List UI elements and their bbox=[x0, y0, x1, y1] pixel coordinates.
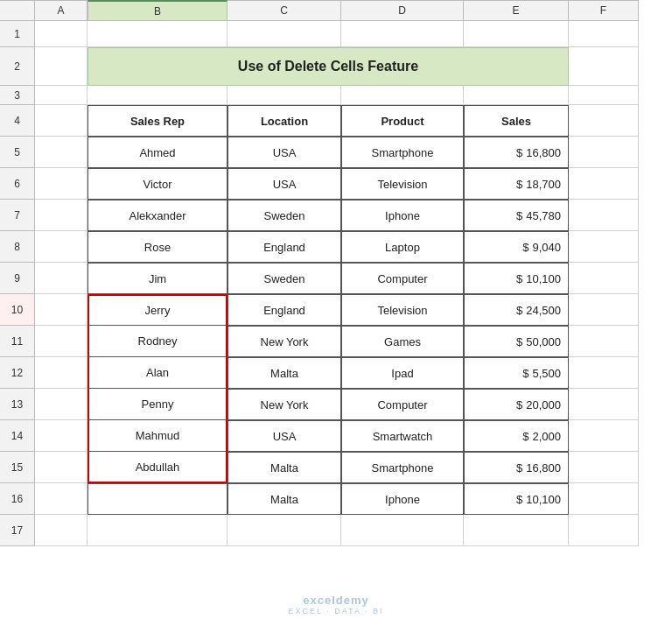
cell-d8[interactable]: Laptop bbox=[341, 231, 464, 263]
cell-c14[interactable]: USA bbox=[228, 420, 341, 452]
cell-a16[interactable] bbox=[35, 483, 88, 515]
cell-a10[interactable] bbox=[35, 294, 88, 326]
row-header-14[interactable]: 14 bbox=[0, 420, 35, 452]
cell-d12[interactable]: Ipad bbox=[341, 357, 464, 389]
row-header-15[interactable]: 15 bbox=[0, 452, 35, 483]
cell-d6[interactable]: Television bbox=[341, 168, 464, 200]
cell-e17[interactable] bbox=[464, 515, 569, 546]
col-header-f[interactable]: F bbox=[569, 0, 639, 21]
cell-c9[interactable]: Sweden bbox=[228, 263, 341, 294]
cell-e3[interactable] bbox=[464, 86, 569, 105]
cell-c13[interactable]: New York bbox=[228, 389, 341, 420]
cell-d17[interactable] bbox=[341, 515, 464, 546]
cell-a15[interactable] bbox=[35, 452, 88, 483]
cell-d9[interactable]: Computer bbox=[341, 263, 464, 294]
row-header-13[interactable]: 13 bbox=[0, 389, 35, 420]
row-header-17[interactable]: 17 bbox=[0, 515, 35, 546]
cell-a5[interactable] bbox=[35, 137, 88, 168]
cell-f1[interactable] bbox=[569, 21, 639, 47]
row-header-6[interactable]: 6 bbox=[0, 168, 35, 200]
cell-d15[interactable]: Smartphone bbox=[341, 452, 464, 483]
cell-f7[interactable] bbox=[569, 200, 639, 231]
cell-d14[interactable]: Smartwatch bbox=[341, 420, 464, 452]
cell-e6[interactable]: $18,700 bbox=[464, 168, 569, 200]
cell-f16[interactable] bbox=[569, 483, 639, 515]
cell-b16[interactable] bbox=[88, 483, 228, 515]
col-header-d[interactable]: D bbox=[341, 0, 464, 21]
cell-a13[interactable] bbox=[35, 389, 88, 420]
cell-c1[interactable] bbox=[228, 21, 341, 47]
cell-e1[interactable] bbox=[464, 21, 569, 47]
cell-c6[interactable]: USA bbox=[228, 168, 341, 200]
cell-e12[interactable]: $5,500 bbox=[464, 357, 569, 389]
row-header-5[interactable]: 5 bbox=[0, 137, 35, 168]
cell-e13[interactable]: $20,000 bbox=[464, 389, 569, 420]
row-header-3[interactable]: 3 bbox=[0, 86, 35, 105]
cell-e16[interactable]: $10,100 bbox=[464, 483, 569, 515]
cell-a2[interactable] bbox=[35, 47, 88, 86]
cell-d13[interactable]: Computer bbox=[341, 389, 464, 420]
cell-f17[interactable] bbox=[569, 515, 639, 546]
cell-a6[interactable] bbox=[35, 168, 88, 200]
cell-f12[interactable] bbox=[569, 357, 639, 389]
cell-f10[interactable] bbox=[569, 294, 639, 326]
cell-b17[interactable] bbox=[88, 515, 228, 546]
cell-d3[interactable] bbox=[341, 86, 464, 105]
cell-c12[interactable]: Malta bbox=[228, 357, 341, 389]
cell-b15-selected[interactable]: Abdullah bbox=[88, 452, 228, 483]
cell-a9[interactable] bbox=[35, 263, 88, 294]
row-header-10[interactable]: 10 bbox=[0, 294, 35, 326]
cell-b3[interactable] bbox=[88, 86, 228, 105]
cell-c17[interactable] bbox=[228, 515, 341, 546]
col-header-b[interactable]: B bbox=[88, 0, 228, 21]
cell-e7[interactable]: $45,780 bbox=[464, 200, 569, 231]
cell-f14[interactable] bbox=[569, 420, 639, 452]
cell-f5[interactable] bbox=[569, 137, 639, 168]
cell-d5[interactable]: Smartphone bbox=[341, 137, 464, 168]
cell-b1[interactable] bbox=[88, 21, 228, 47]
cell-b7[interactable]: Alekxander bbox=[88, 200, 228, 231]
cell-c3[interactable] bbox=[228, 86, 341, 105]
cell-f13[interactable] bbox=[569, 389, 639, 420]
cell-f2[interactable] bbox=[569, 47, 639, 86]
row-header-12[interactable]: 12 bbox=[0, 357, 35, 389]
cell-b6[interactable]: Victor bbox=[88, 168, 228, 200]
cell-f4[interactable] bbox=[569, 105, 639, 137]
cell-e11[interactable]: $50,000 bbox=[464, 326, 569, 357]
row-header-8[interactable]: 8 bbox=[0, 231, 35, 263]
cell-b13-selected[interactable]: Penny bbox=[88, 389, 228, 420]
cell-d7[interactable]: Iphone bbox=[341, 200, 464, 231]
cell-e15[interactable]: $16,800 bbox=[464, 452, 569, 483]
cell-a17[interactable] bbox=[35, 515, 88, 546]
cell-c8[interactable]: England bbox=[228, 231, 341, 263]
cell-b9[interactable]: Jim bbox=[88, 263, 228, 294]
row-header-9[interactable]: 9 bbox=[0, 263, 35, 294]
cell-a8[interactable] bbox=[35, 231, 88, 263]
cell-e5[interactable]: $16,800 bbox=[464, 137, 569, 168]
cell-f11[interactable] bbox=[569, 326, 639, 357]
cell-b14-selected[interactable]: Mahmud bbox=[88, 420, 228, 452]
cell-c15[interactable]: Malta bbox=[228, 452, 341, 483]
cell-c7[interactable]: Sweden bbox=[228, 200, 341, 231]
cell-a3[interactable] bbox=[35, 86, 88, 105]
cell-a1[interactable] bbox=[35, 21, 88, 47]
row-header-16[interactable]: 16 bbox=[0, 483, 35, 515]
cell-d11[interactable]: Games bbox=[341, 326, 464, 357]
cell-a12[interactable] bbox=[35, 357, 88, 389]
row-header-11[interactable]: 11 bbox=[0, 326, 35, 357]
cell-e10[interactable]: $24,500 bbox=[464, 294, 569, 326]
cell-c10[interactable]: England bbox=[228, 294, 341, 326]
cell-f3[interactable] bbox=[569, 86, 639, 105]
cell-a14[interactable] bbox=[35, 420, 88, 452]
row-header-1[interactable]: 1 bbox=[0, 21, 35, 47]
cell-c5[interactable]: USA bbox=[228, 137, 341, 168]
cell-e9[interactable]: $10,100 bbox=[464, 263, 569, 294]
cell-f8[interactable] bbox=[569, 231, 639, 263]
cell-b12-selected[interactable]: Alan bbox=[88, 357, 228, 389]
cell-f6[interactable] bbox=[569, 168, 639, 200]
row-header-7[interactable]: 7 bbox=[0, 200, 35, 231]
row-header-4[interactable]: 4 bbox=[0, 105, 35, 137]
cell-f15[interactable] bbox=[569, 452, 639, 483]
cell-a11[interactable] bbox=[35, 326, 88, 357]
cell-d16[interactable]: Iphone bbox=[341, 483, 464, 515]
